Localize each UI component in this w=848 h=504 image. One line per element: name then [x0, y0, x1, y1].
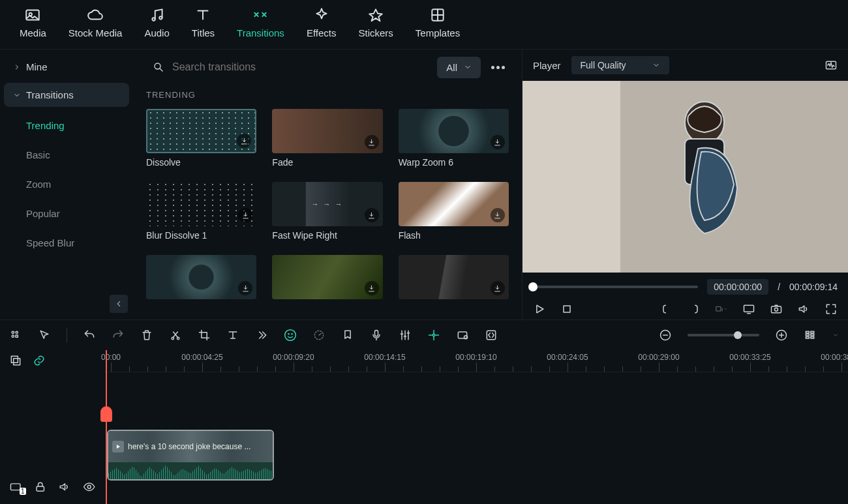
- zoom-slider[interactable]: [688, 334, 759, 336]
- download-icon[interactable]: [491, 281, 505, 295]
- crop-button[interactable]: [198, 329, 211, 342]
- transition-card[interactable]: [272, 255, 382, 303]
- download-icon[interactable]: [238, 208, 252, 222]
- snapshot-button[interactable]: [770, 303, 783, 316]
- text-tool-button[interactable]: [226, 329, 239, 342]
- download-icon[interactable]: [238, 281, 252, 295]
- svg-point-16: [12, 335, 14, 337]
- quality-select[interactable]: Full Quality: [571, 56, 669, 74]
- transition-card[interactable]: Blur Dissolve 1: [146, 182, 256, 241]
- timeline-clip[interactable]: here's a 10 second joke because ...: [107, 430, 274, 481]
- redo-button[interactable]: [112, 329, 125, 342]
- mark-out-button[interactable]: [688, 303, 701, 316]
- transition-card[interactable]: Warp Zoom 6: [399, 109, 509, 168]
- sidebar-group-transitions[interactable]: Transitions: [4, 83, 129, 107]
- delete-button[interactable]: [140, 329, 153, 342]
- toggle-panel-button[interactable]: [9, 329, 22, 342]
- collapse-sidebar-button[interactable]: [110, 295, 128, 313]
- timeline-tracks[interactable]: here's a 10 second joke because ...: [104, 372, 848, 504]
- ai-button[interactable]: [284, 329, 297, 342]
- waveform-button[interactable]: [825, 59, 838, 72]
- tab-stickers[interactable]: Stickers: [358, 7, 393, 49]
- keyframe-button[interactable]: [427, 329, 440, 342]
- tab-stock-media[interactable]: Stock Media: [68, 7, 123, 49]
- track-visibility-button[interactable]: [83, 481, 96, 494]
- tab-audio[interactable]: Audio: [144, 7, 169, 49]
- quality-value: Full Quality: [581, 60, 626, 70]
- search-input[interactable]: [172, 61, 424, 73]
- transition-card[interactable]: Fast Wipe Right: [272, 182, 382, 241]
- undo-button[interactable]: [83, 329, 96, 342]
- speed-button[interactable]: [312, 329, 326, 342]
- play-button[interactable]: [533, 303, 546, 316]
- marker-button[interactable]: [341, 329, 354, 342]
- track-lock-button[interactable]: [34, 481, 47, 494]
- download-icon[interactable]: [491, 135, 505, 149]
- display-button[interactable]: [742, 303, 755, 316]
- sidebar-item-popular[interactable]: Popular: [26, 199, 129, 228]
- mark-in-button[interactable]: [660, 303, 673, 316]
- svg-rect-36: [811, 337, 814, 339]
- svg-rect-17: [16, 335, 18, 337]
- ruler-label: 00:00:24:05: [547, 353, 588, 362]
- svg-rect-9: [564, 306, 570, 312]
- sidebar-item-zoom[interactable]: Zoom: [26, 170, 129, 199]
- transition-card[interactable]: [146, 255, 256, 303]
- split-button[interactable]: [169, 329, 182, 342]
- volume-button[interactable]: [797, 303, 810, 316]
- download-icon[interactable]: [365, 135, 379, 149]
- link-button[interactable]: [33, 354, 46, 367]
- chevron-right-icon: [13, 63, 21, 71]
- transitions-icon: [252, 7, 269, 23]
- filter-dropdown[interactable]: All: [437, 57, 481, 78]
- transition-card[interactable]: Flash: [399, 182, 509, 241]
- search-icon: [153, 61, 164, 73]
- playhead[interactable]: [106, 350, 107, 504]
- transition-card[interactable]: Dissolve: [146, 109, 256, 168]
- more-tools-button[interactable]: [255, 329, 268, 342]
- timeline-ruler[interactable]: 00:0000:00:04:2500:00:09:2000:00:14:1500…: [104, 350, 848, 372]
- top-tabs: Media Stock Media Audio Titles Transitio…: [0, 0, 848, 50]
- track-video-icon[interactable]: 1: [9, 481, 22, 494]
- sidebar-item-trending[interactable]: Trending: [26, 111, 129, 140]
- tab-transitions[interactable]: Transitions: [237, 7, 284, 49]
- tab-media[interactable]: Media: [20, 7, 46, 49]
- transition-card[interactable]: Fade: [272, 109, 382, 168]
- ratio-button[interactable]: [715, 303, 728, 316]
- sidebar-group-mine[interactable]: Mine: [4, 55, 129, 79]
- svg-rect-26: [458, 332, 466, 338]
- track-mute-button[interactable]: [58, 481, 71, 494]
- download-icon[interactable]: [491, 208, 505, 222]
- preview-content: [652, 96, 757, 273]
- seek-bar[interactable]: [533, 286, 698, 288]
- track-layout-button[interactable]: [804, 329, 817, 342]
- search-box[interactable]: [146, 56, 431, 78]
- sidebar-item-speed-blur[interactable]: Speed Blur: [26, 228, 129, 258]
- adjust-button[interactable]: [485, 329, 498, 342]
- download-icon[interactable]: [365, 281, 379, 295]
- add-track-button[interactable]: [9, 354, 22, 367]
- tab-titles[interactable]: Titles: [192, 7, 215, 49]
- zoom-out-button[interactable]: [659, 329, 672, 342]
- svg-point-13: [775, 308, 778, 311]
- zoom-in-button[interactable]: [775, 329, 788, 342]
- tab-effects[interactable]: Effects: [307, 7, 337, 49]
- voiceover-button[interactable]: [370, 329, 383, 342]
- preview-viewport[interactable]: [522, 81, 848, 273]
- audio-mixer-button[interactable]: [399, 329, 412, 342]
- transition-card[interactable]: [399, 255, 509, 303]
- render-button[interactable]: [456, 329, 469, 342]
- stop-button[interactable]: [560, 303, 573, 316]
- tab-templates[interactable]: Templates: [416, 7, 460, 49]
- download-icon[interactable]: [365, 208, 379, 222]
- sidebar: Mine Transitions Trending Basic Zoom Pop…: [0, 50, 137, 319]
- transition-thumb: [272, 255, 382, 299]
- svg-point-25: [432, 334, 434, 336]
- sidebar-item-basic[interactable]: Basic: [26, 140, 129, 170]
- chevron-down-icon: [13, 91, 21, 99]
- media-icon: [24, 7, 41, 23]
- select-tool[interactable]: [38, 329, 51, 342]
- more-options-button[interactable]: [487, 62, 509, 73]
- download-icon[interactable]: [237, 134, 251, 148]
- fullscreen-button[interactable]: [825, 303, 838, 316]
